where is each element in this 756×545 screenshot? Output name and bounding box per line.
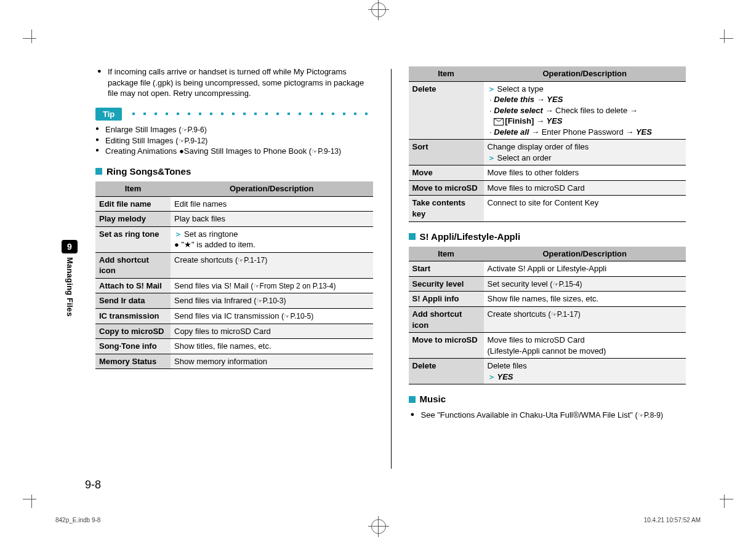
chapter-label: Managing Files xyxy=(64,257,75,317)
tip-bar: Tip xyxy=(95,108,373,121)
crop-mark xyxy=(716,30,733,47)
footer-right: 10.4.21 10:57:52 AM xyxy=(644,516,701,525)
tip-item: Enlarge Still Images (☞P.9-6) xyxy=(95,124,373,135)
footer-left: 842p_E.indb 9-8 xyxy=(55,516,100,525)
square-bullet-icon xyxy=(95,168,102,175)
chapter-tab: 9 Managing Files xyxy=(62,240,78,317)
table-row: SortChange display order of files＞Select… xyxy=(409,140,686,165)
print-footer: 842p_E.indb 9-8 10.4.21 10:57:52 AM xyxy=(55,516,701,525)
tip-list: Enlarge Still Images (☞P.9-6) Editing St… xyxy=(95,124,373,157)
table-row: S! Appli infoShow file names, file sizes… xyxy=(409,292,686,307)
column-divider xyxy=(373,66,409,471)
table-row: Delete ＞Select a type · Delete this → YE… xyxy=(409,81,686,140)
page-number: 9-8 xyxy=(85,477,101,492)
table-row: Set as ring tone＞Set as ringtone● "★" is… xyxy=(95,226,373,252)
music-note: See "Functions Available in Chaku-Uta Fu… xyxy=(409,410,686,421)
table-row: Send Ir dataSend files via Infrared (☞P.… xyxy=(95,293,373,309)
ring-table: ItemOperation/Description Edit file name… xyxy=(95,181,373,369)
table-row: Attach to S! MailSend files via S! Mail … xyxy=(95,278,373,293)
table-row: Edit file nameEdit file names xyxy=(95,196,373,212)
note-bullet: If incoming calls arrive or handset is t… xyxy=(95,66,373,99)
section-heading-appli: S! Appli/Lifestyle-Appli xyxy=(409,231,686,243)
tip-item: Editing Still Images (☞P.9-12) xyxy=(95,135,373,146)
section-heading-music: Music xyxy=(409,393,686,405)
th-op: Operation/Description xyxy=(484,66,686,81)
chapter-number: 9 xyxy=(62,240,78,253)
table-row: Security levelSet security level (☞P.15-… xyxy=(409,276,686,292)
tip-item: Creating Animations ●Saving Still Images… xyxy=(95,146,373,157)
square-bullet-icon xyxy=(409,233,416,240)
table-row: Add shortcut iconCreate shortcuts (☞P.1-… xyxy=(95,252,373,278)
th-op: Operation/Description xyxy=(484,247,686,261)
th-op: Operation/Description xyxy=(171,181,373,196)
table-row: DeleteDelete files＞YES xyxy=(409,359,686,384)
appli-table: ItemOperation/Description StartActivate … xyxy=(409,247,686,384)
table-row: StartActivate S! Appli or Lifestyle-Appl… xyxy=(409,261,686,277)
crop-mark xyxy=(23,491,40,508)
right-column: ItemOperation/Description Delete ＞Select… xyxy=(409,66,686,471)
section-heading-ring: Ring Songs&Tones xyxy=(95,165,373,178)
crop-mark xyxy=(716,491,733,508)
table-row: Song·Tone infoShow titles, file names, e… xyxy=(95,339,373,354)
registration-mark xyxy=(371,2,386,17)
table-row: Play melodyPlay back files xyxy=(95,212,373,227)
table-row: IC transmissionSend files via IC transmi… xyxy=(95,309,373,324)
delete-sort-table: ItemOperation/Description Delete ＞Select… xyxy=(409,66,686,222)
table-row: Move to microSDMove files to microSD Car… xyxy=(409,180,686,196)
table-row: Add shortcut iconCreate shortcuts (☞P.1-… xyxy=(409,307,686,333)
mail-key-icon xyxy=(494,118,504,125)
tip-dots-icon xyxy=(128,112,372,116)
table-row: Copy to microSDCopy files to microSD Car… xyxy=(95,324,373,339)
square-bullet-icon xyxy=(409,396,416,403)
crop-mark xyxy=(23,30,40,47)
th-item: Item xyxy=(409,247,484,261)
table-row: Move to microSDMove files to microSD Car… xyxy=(409,333,686,359)
table-row: MoveMove files to other folders xyxy=(409,165,686,181)
th-item: Item xyxy=(409,66,484,81)
th-item: Item xyxy=(95,181,171,196)
table-row: Memory StatusShow memory information xyxy=(95,354,373,369)
left-column: If incoming calls arrive or handset is t… xyxy=(95,66,373,471)
tip-chip: Tip xyxy=(95,108,122,121)
table-row: Take contents keyConnect to site for Con… xyxy=(409,196,686,221)
